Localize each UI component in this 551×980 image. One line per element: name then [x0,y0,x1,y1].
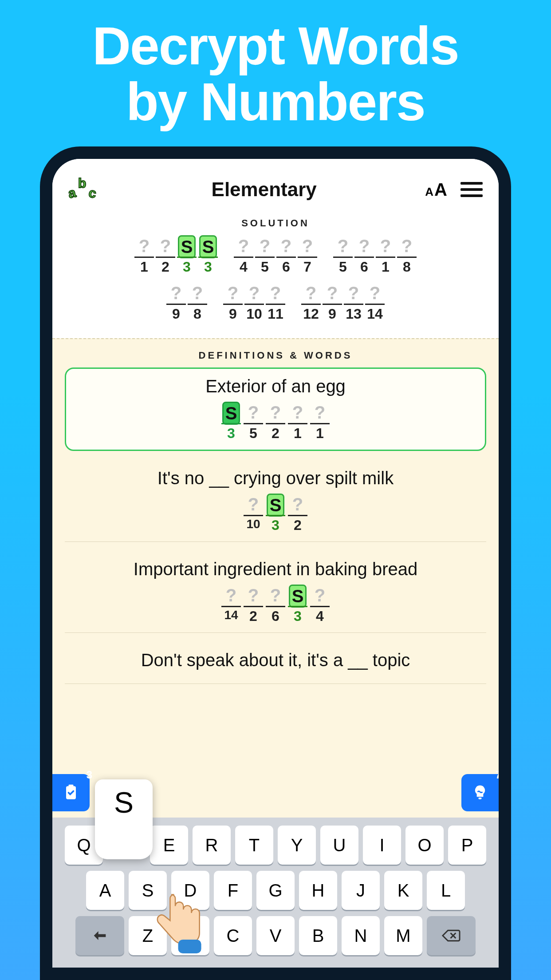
key-f[interactable]: F [214,871,252,910]
cell-letter: S [267,494,284,517]
letter-cell[interactable]: ?2 [156,235,175,275]
definition-block[interactable]: Exterior of an eggS3?5?2?1?1 [65,368,486,451]
solution-label: SOLUTION [61,217,490,229]
key-i[interactable]: I [363,826,401,865]
key-e[interactable]: E [150,826,188,865]
letter-cell[interactable]: ?1 [310,402,330,442]
key-m[interactable]: M [384,916,422,955]
app-logo[interactable]: a b c [68,172,103,207]
letter-cell[interactable]: ?11 [266,282,285,322]
letter-cell[interactable]: S3 [221,402,241,442]
letter-cell[interactable]: ?9 [223,282,243,322]
cell-letter: ? [310,585,330,606]
key-label: Q [77,835,91,855]
key-y[interactable]: Y [278,826,316,865]
letter-cell[interactable]: ?10 [244,494,263,533]
font-size-icon: A [434,180,447,200]
letter-cell[interactable]: ?5 [255,235,275,275]
letter-cell[interactable]: ?5 [244,402,263,442]
cell-letter: ? [244,402,263,423]
key-label: P [461,835,473,855]
letter-cell[interactable]: ?2 [244,585,263,624]
key-popup-letter: S [114,786,134,819]
keyboard-row: ASDFGHJKL [57,871,494,910]
letter-cell[interactable]: ?6 [276,235,296,275]
key-v[interactable]: V [256,916,295,955]
key-r[interactable]: R [193,826,231,865]
letter-cell[interactable]: ?10 [244,282,264,322]
key-d[interactable]: D [171,871,209,910]
letter-cell[interactable]: S3 [266,494,285,533]
letter-cell[interactable]: ?8 [188,282,207,322]
return-key[interactable] [75,916,124,955]
letter-cell[interactable]: S3 [288,585,307,624]
key-o[interactable]: O [405,826,444,865]
key-z[interactable]: Z [129,916,167,955]
letter-cell[interactable]: ?4 [234,235,253,275]
key-b[interactable]: B [299,916,337,955]
page-title: Elementary [212,178,317,201]
key-label: N [354,926,367,946]
cell-number: 2 [156,257,175,275]
letter-cell[interactable]: ?2 [288,494,307,533]
letter-cell[interactable]: ?13 [344,282,363,322]
cell-number: 11 [266,304,285,322]
cell-letter: ? [266,585,285,606]
definition-block[interactable]: Important ingredient in baking bread?14?… [65,552,486,633]
key-g[interactable]: G [256,871,295,910]
letter-cell[interactable]: ?14 [365,282,385,322]
key-s[interactable]: S [129,871,167,910]
font-size-button[interactable]: A A [425,180,447,200]
cell-number: 10 [244,515,263,531]
letter-cell[interactable]: ?8 [397,235,417,275]
letter-cell[interactable]: ?12 [301,282,321,322]
key-u[interactable]: U [320,826,358,865]
cell-number: 1 [376,257,395,275]
key-x[interactable]: X [171,916,209,955]
key-label: Z [142,926,153,946]
key-c[interactable]: C [214,916,252,955]
solution-row: ?9?8?9?10?11?12?9?13?14 [61,282,490,322]
solution-section: SOLUTION ?1?2S3S3?4?5?6?7?5?6?1?8?9?8?9?… [52,215,499,338]
cell-number: 3 [177,257,197,275]
key-t[interactable]: T [235,826,273,865]
key-a[interactable]: A [86,871,124,910]
cell-letter: S [289,585,307,608]
definition-block[interactable]: It's no __ crying over spilt milk?10S3?2 [65,461,486,542]
key-n[interactable]: N [342,916,380,955]
letter-cell[interactable]: ?6 [354,235,374,275]
letter-cell[interactable]: ?9 [166,282,186,322]
key-p[interactable]: P [448,826,486,865]
hint-button[interactable]: 7 [461,774,499,811]
letter-cell[interactable]: S3 [177,235,197,275]
hint-badge: 7 [496,769,499,781]
key-h[interactable]: H [299,871,337,910]
cell-letter: ? [333,235,353,257]
letter-cell[interactable]: ?5 [333,235,353,275]
solution-word: ?9?8 [166,282,207,322]
key-l[interactable]: L [427,871,465,910]
backspace-key[interactable] [427,916,476,955]
letter-cell[interactable]: ?4 [310,585,330,624]
clipboard-button[interactable]: 3 [52,774,90,811]
letter-cell[interactable]: ?6 [266,585,285,624]
key-j[interactable]: J [342,871,380,910]
key-label: E [163,835,175,855]
cell-number: 9 [166,304,186,322]
letter-cell[interactable]: S3 [198,235,218,275]
letter-cell[interactable]: ?1 [376,235,395,275]
cell-letter: ? [354,235,374,257]
cell-number: 8 [188,304,207,322]
letter-cell[interactable]: ?7 [298,235,317,275]
letter-cell[interactable]: ?9 [323,282,342,322]
key-label: X [185,926,197,946]
key-label: I [379,835,384,855]
letter-cell[interactable]: ?14 [221,585,241,624]
definition-block[interactable]: Don't speak about it, it's a __ topic [65,643,486,684]
letter-cell[interactable]: ?2 [266,402,285,442]
letter-cell[interactable]: ?1 [134,235,154,275]
menu-button[interactable] [460,182,483,197]
cell-letter: ? [301,282,321,304]
letter-cell[interactable]: ?1 [288,402,307,442]
key-k[interactable]: K [384,871,422,910]
